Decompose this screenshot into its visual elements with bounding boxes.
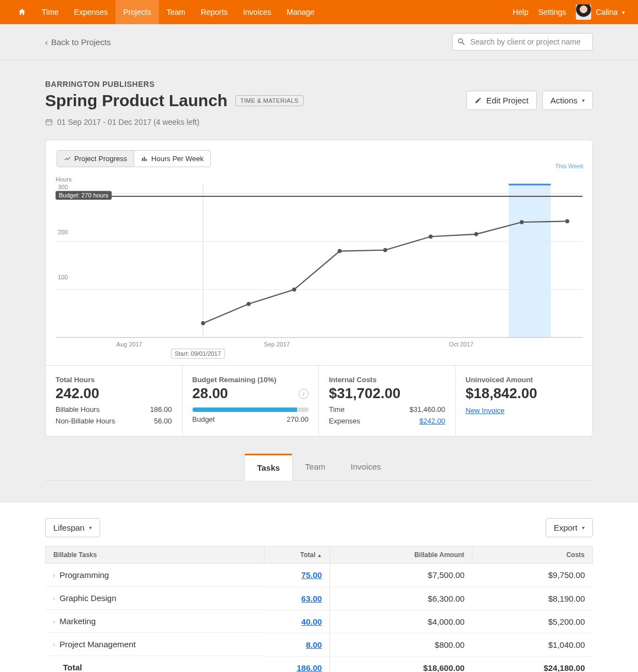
expenses-link[interactable]: $242.00 bbox=[420, 417, 446, 425]
svg-point-0 bbox=[459, 39, 463, 43]
stat-total-hours: Total Hours 242.00 Billable Hours186.00 … bbox=[46, 366, 183, 436]
nav-help[interactable]: Help bbox=[513, 8, 529, 16]
chevron-right-icon: › bbox=[53, 572, 56, 579]
tasks-table: Billable Tasks Total▲ Billable Amount Co… bbox=[45, 546, 593, 672]
chevron-down-icon: ▾ bbox=[89, 525, 92, 531]
value: 56.00 bbox=[154, 417, 172, 425]
table-row[interactable]: ›Project Management8.00$800.00$1,040.00 bbox=[46, 633, 593, 656]
svg-rect-9 bbox=[509, 184, 551, 338]
nav-home[interactable] bbox=[10, 0, 34, 24]
svg-point-21 bbox=[428, 235, 432, 239]
nav-invoices[interactable]: Invoices bbox=[235, 0, 279, 24]
svg-rect-6 bbox=[142, 158, 143, 161]
billable-amount: $800.00 bbox=[435, 640, 464, 649]
tab-tasks[interactable]: Tasks bbox=[244, 454, 292, 481]
back-to-projects[interactable]: ‹ Back to Projects bbox=[45, 37, 111, 47]
actions-button[interactable]: Actions ▾ bbox=[542, 91, 593, 110]
svg-point-16 bbox=[201, 321, 205, 326]
budget-badge: Budget: 270 hours bbox=[56, 191, 112, 200]
nav-settings[interactable]: Settings bbox=[538, 8, 566, 16]
date-range: 01 Sep 2017 - 01 Dec 2017 (4 weeks left) bbox=[45, 118, 593, 126]
stat-value: $18,842.00 bbox=[466, 385, 583, 402]
svg-rect-8 bbox=[146, 159, 147, 161]
col-billable[interactable]: Billable Amount bbox=[330, 547, 472, 564]
sort-asc-icon: ▲ bbox=[317, 553, 322, 558]
stat-value: $31,702.00 bbox=[329, 385, 446, 402]
line-chart-icon bbox=[64, 155, 71, 162]
tab-team[interactable]: Team bbox=[293, 454, 338, 481]
nav-reports[interactable]: Reports bbox=[193, 0, 235, 24]
client-name: BARRINGTON PUBLISHERS bbox=[45, 80, 593, 89]
stat-title: Uninvoiced Amount bbox=[466, 376, 583, 384]
ytick: 300 bbox=[58, 184, 68, 190]
project-card: Project Progress Hours Per Week Hours Th… bbox=[45, 140, 593, 437]
export-dropdown[interactable]: Export ▾ bbox=[546, 518, 593, 537]
svg-point-23 bbox=[520, 220, 524, 224]
value: $31,460.00 bbox=[409, 405, 445, 414]
ytick: 200 bbox=[58, 229, 68, 235]
hours-link[interactable]: 8.00 bbox=[306, 640, 322, 649]
toggle-label: Hours Per Week bbox=[151, 155, 204, 163]
svg-point-24 bbox=[565, 219, 569, 224]
edit-label: Edit Project bbox=[486, 96, 529, 105]
chevron-right-icon: › bbox=[53, 618, 56, 625]
col-tasks[interactable]: Billable Tasks bbox=[46, 547, 265, 564]
totals-total-link[interactable]: 186.00 bbox=[297, 663, 322, 673]
costs-amount: $1,040.00 bbox=[548, 640, 585, 649]
nav-manage[interactable]: Manage bbox=[279, 0, 322, 24]
svg-rect-7 bbox=[144, 157, 145, 161]
info-icon[interactable]: i bbox=[299, 389, 309, 399]
stat-title: Internal Costs bbox=[329, 376, 446, 384]
label: Export bbox=[554, 523, 578, 532]
xtick: Oct 2017 bbox=[449, 341, 474, 348]
chevron-down-icon: ▾ bbox=[582, 97, 585, 103]
back-label: Back to Projects bbox=[51, 37, 111, 47]
top-nav: Time Expenses Projects Team Reports Invo… bbox=[0, 0, 638, 24]
stat-budget-remaining: Budget Remaining (10%) 28.00 i Budget270… bbox=[183, 366, 320, 436]
tab-invoices[interactable]: Invoices bbox=[338, 454, 394, 481]
table-row[interactable]: ›Programming75.00$7,500.00$9,750.00 bbox=[46, 564, 593, 587]
value: 270.00 bbox=[287, 415, 309, 423]
nav-team[interactable]: Team bbox=[159, 0, 193, 24]
col-costs[interactable]: Costs bbox=[472, 547, 593, 564]
costs-amount: $9,750.00 bbox=[548, 570, 585, 580]
label: Total bbox=[63, 663, 82, 672]
svg-point-17 bbox=[246, 302, 250, 306]
search-icon bbox=[457, 37, 465, 46]
subheader: ‹ Back to Projects bbox=[0, 24, 638, 60]
billing-tag: TIME & MATERIALS bbox=[235, 95, 304, 106]
user-menu[interactable]: Calina ▾ bbox=[576, 4, 625, 20]
svg-line-1 bbox=[462, 42, 464, 45]
totals-row: Total 186.00 $18,600.00 $24,180.00 bbox=[46, 656, 593, 672]
table-row[interactable]: ›Marketing40.00$4,000.00$5,200.00 bbox=[46, 610, 593, 633]
hours-link[interactable]: 63.00 bbox=[301, 594, 322, 603]
toggle-hours-per-week[interactable]: Hours Per Week bbox=[134, 150, 211, 167]
edit-project-button[interactable]: Edit Project bbox=[466, 91, 537, 110]
task-name: Marketing bbox=[59, 616, 96, 626]
billable-amount: $7,500.00 bbox=[428, 570, 465, 580]
costs-amount: $8,190.00 bbox=[548, 594, 585, 603]
hours-link[interactable]: 75.00 bbox=[301, 570, 322, 580]
toggle-project-progress[interactable]: Project Progress bbox=[57, 150, 134, 167]
label: Lifespan bbox=[53, 523, 85, 532]
svg-rect-2 bbox=[46, 120, 52, 125]
lifespan-dropdown[interactable]: Lifespan ▾ bbox=[45, 518, 100, 537]
this-week-label: This Week bbox=[555, 163, 584, 169]
nav-expenses[interactable]: Expenses bbox=[67, 0, 116, 24]
hours-link[interactable]: 40.00 bbox=[301, 617, 322, 626]
actions-label: Actions bbox=[551, 96, 578, 105]
new-invoice-link[interactable]: New Invoice bbox=[466, 406, 505, 415]
xtick: Sep 2017 bbox=[264, 341, 290, 348]
home-icon bbox=[18, 8, 26, 16]
search-input[interactable] bbox=[452, 33, 593, 51]
calendar-icon bbox=[45, 118, 53, 126]
col-total[interactable]: Total▲ bbox=[265, 547, 330, 564]
project-title: Spring Product Launch bbox=[45, 91, 228, 110]
tasks-section: Lifespan ▾ Export ▾ Billable Tasks Total… bbox=[0, 503, 638, 672]
table-row[interactable]: ›Graphic Design63.00$6,300.00$8,190.00 bbox=[46, 587, 593, 610]
start-badge: Start: 09/01/2017 bbox=[170, 349, 224, 359]
nav-time[interactable]: Time bbox=[34, 0, 67, 24]
label: Billable Hours bbox=[56, 405, 100, 414]
svg-rect-10 bbox=[509, 184, 551, 185]
nav-projects[interactable]: Projects bbox=[116, 0, 159, 24]
